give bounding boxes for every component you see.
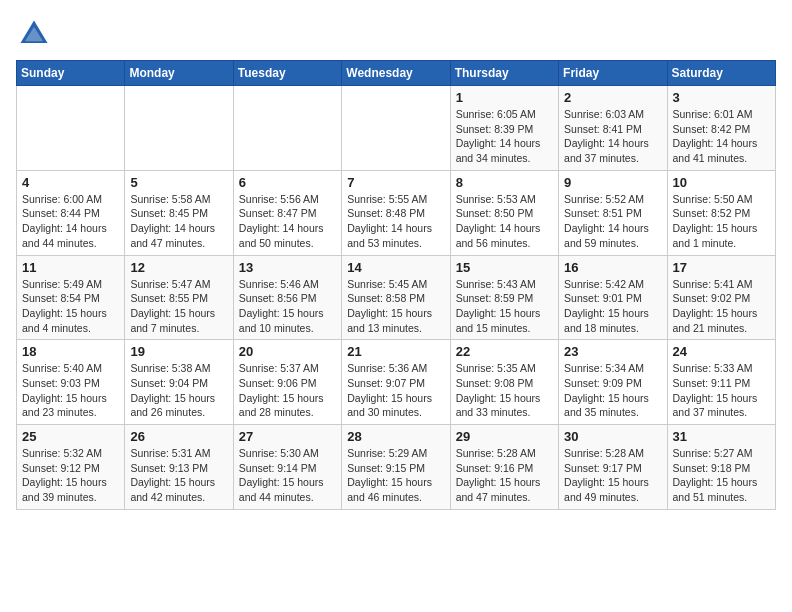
day-cell: 29Sunrise: 5:28 AM Sunset: 9:16 PM Dayli… bbox=[450, 425, 558, 510]
day-number: 21 bbox=[347, 344, 444, 359]
day-detail: Sunrise: 5:32 AM Sunset: 9:12 PM Dayligh… bbox=[22, 446, 119, 505]
day-number: 22 bbox=[456, 344, 553, 359]
day-detail: Sunrise: 5:27 AM Sunset: 9:18 PM Dayligh… bbox=[673, 446, 770, 505]
day-number: 18 bbox=[22, 344, 119, 359]
day-detail: Sunrise: 5:37 AM Sunset: 9:06 PM Dayligh… bbox=[239, 361, 336, 420]
column-header-sunday: Sunday bbox=[17, 61, 125, 86]
day-cell: 2Sunrise: 6:03 AM Sunset: 8:41 PM Daylig… bbox=[559, 86, 667, 171]
week-row-3: 11Sunrise: 5:49 AM Sunset: 8:54 PM Dayli… bbox=[17, 255, 776, 340]
day-number: 15 bbox=[456, 260, 553, 275]
logo-icon bbox=[16, 16, 52, 52]
column-header-thursday: Thursday bbox=[450, 61, 558, 86]
day-cell: 27Sunrise: 5:30 AM Sunset: 9:14 PM Dayli… bbox=[233, 425, 341, 510]
day-cell bbox=[17, 86, 125, 171]
day-detail: Sunrise: 5:49 AM Sunset: 8:54 PM Dayligh… bbox=[22, 277, 119, 336]
day-number: 26 bbox=[130, 429, 227, 444]
day-detail: Sunrise: 5:45 AM Sunset: 8:58 PM Dayligh… bbox=[347, 277, 444, 336]
day-detail: Sunrise: 5:56 AM Sunset: 8:47 PM Dayligh… bbox=[239, 192, 336, 251]
day-cell: 18Sunrise: 5:40 AM Sunset: 9:03 PM Dayli… bbox=[17, 340, 125, 425]
day-number: 23 bbox=[564, 344, 661, 359]
week-row-2: 4Sunrise: 6:00 AM Sunset: 8:44 PM Daylig… bbox=[17, 170, 776, 255]
column-header-saturday: Saturday bbox=[667, 61, 775, 86]
day-number: 30 bbox=[564, 429, 661, 444]
day-cell: 10Sunrise: 5:50 AM Sunset: 8:52 PM Dayli… bbox=[667, 170, 775, 255]
day-cell: 30Sunrise: 5:28 AM Sunset: 9:17 PM Dayli… bbox=[559, 425, 667, 510]
day-cell: 13Sunrise: 5:46 AM Sunset: 8:56 PM Dayli… bbox=[233, 255, 341, 340]
day-number: 2 bbox=[564, 90, 661, 105]
day-cell: 23Sunrise: 5:34 AM Sunset: 9:09 PM Dayli… bbox=[559, 340, 667, 425]
day-cell: 16Sunrise: 5:42 AM Sunset: 9:01 PM Dayli… bbox=[559, 255, 667, 340]
page-header bbox=[16, 16, 776, 52]
day-cell bbox=[125, 86, 233, 171]
day-number: 4 bbox=[22, 175, 119, 190]
day-cell: 12Sunrise: 5:47 AM Sunset: 8:55 PM Dayli… bbox=[125, 255, 233, 340]
day-cell: 28Sunrise: 5:29 AM Sunset: 9:15 PM Dayli… bbox=[342, 425, 450, 510]
day-cell: 15Sunrise: 5:43 AM Sunset: 8:59 PM Dayli… bbox=[450, 255, 558, 340]
day-detail: Sunrise: 5:35 AM Sunset: 9:08 PM Dayligh… bbox=[456, 361, 553, 420]
day-number: 1 bbox=[456, 90, 553, 105]
day-detail: Sunrise: 5:50 AM Sunset: 8:52 PM Dayligh… bbox=[673, 192, 770, 251]
day-cell: 19Sunrise: 5:38 AM Sunset: 9:04 PM Dayli… bbox=[125, 340, 233, 425]
day-number: 19 bbox=[130, 344, 227, 359]
day-detail: Sunrise: 5:58 AM Sunset: 8:45 PM Dayligh… bbox=[130, 192, 227, 251]
day-cell: 1Sunrise: 6:05 AM Sunset: 8:39 PM Daylig… bbox=[450, 86, 558, 171]
column-header-tuesday: Tuesday bbox=[233, 61, 341, 86]
day-cell: 5Sunrise: 5:58 AM Sunset: 8:45 PM Daylig… bbox=[125, 170, 233, 255]
day-detail: Sunrise: 5:53 AM Sunset: 8:50 PM Dayligh… bbox=[456, 192, 553, 251]
day-cell: 9Sunrise: 5:52 AM Sunset: 8:51 PM Daylig… bbox=[559, 170, 667, 255]
day-detail: Sunrise: 5:46 AM Sunset: 8:56 PM Dayligh… bbox=[239, 277, 336, 336]
day-cell: 31Sunrise: 5:27 AM Sunset: 9:18 PM Dayli… bbox=[667, 425, 775, 510]
day-number: 12 bbox=[130, 260, 227, 275]
day-detail: Sunrise: 5:36 AM Sunset: 9:07 PM Dayligh… bbox=[347, 361, 444, 420]
day-detail: Sunrise: 5:31 AM Sunset: 9:13 PM Dayligh… bbox=[130, 446, 227, 505]
day-detail: Sunrise: 5:43 AM Sunset: 8:59 PM Dayligh… bbox=[456, 277, 553, 336]
week-row-4: 18Sunrise: 5:40 AM Sunset: 9:03 PM Dayli… bbox=[17, 340, 776, 425]
calendar-header-row: SundayMondayTuesdayWednesdayThursdayFrid… bbox=[17, 61, 776, 86]
day-detail: Sunrise: 5:55 AM Sunset: 8:48 PM Dayligh… bbox=[347, 192, 444, 251]
day-number: 14 bbox=[347, 260, 444, 275]
day-detail: Sunrise: 5:52 AM Sunset: 8:51 PM Dayligh… bbox=[564, 192, 661, 251]
day-number: 7 bbox=[347, 175, 444, 190]
day-detail: Sunrise: 5:47 AM Sunset: 8:55 PM Dayligh… bbox=[130, 277, 227, 336]
day-number: 5 bbox=[130, 175, 227, 190]
day-number: 29 bbox=[456, 429, 553, 444]
day-detail: Sunrise: 5:28 AM Sunset: 9:17 PM Dayligh… bbox=[564, 446, 661, 505]
day-number: 8 bbox=[456, 175, 553, 190]
day-number: 11 bbox=[22, 260, 119, 275]
day-detail: Sunrise: 5:38 AM Sunset: 9:04 PM Dayligh… bbox=[130, 361, 227, 420]
day-number: 3 bbox=[673, 90, 770, 105]
calendar-table: SundayMondayTuesdayWednesdayThursdayFrid… bbox=[16, 60, 776, 510]
day-cell bbox=[233, 86, 341, 171]
day-detail: Sunrise: 5:42 AM Sunset: 9:01 PM Dayligh… bbox=[564, 277, 661, 336]
day-cell: 8Sunrise: 5:53 AM Sunset: 8:50 PM Daylig… bbox=[450, 170, 558, 255]
day-number: 17 bbox=[673, 260, 770, 275]
day-number: 25 bbox=[22, 429, 119, 444]
day-cell: 17Sunrise: 5:41 AM Sunset: 9:02 PM Dayli… bbox=[667, 255, 775, 340]
day-detail: Sunrise: 5:34 AM Sunset: 9:09 PM Dayligh… bbox=[564, 361, 661, 420]
day-detail: Sunrise: 5:41 AM Sunset: 9:02 PM Dayligh… bbox=[673, 277, 770, 336]
day-cell: 11Sunrise: 5:49 AM Sunset: 8:54 PM Dayli… bbox=[17, 255, 125, 340]
day-number: 24 bbox=[673, 344, 770, 359]
day-detail: Sunrise: 6:00 AM Sunset: 8:44 PM Dayligh… bbox=[22, 192, 119, 251]
day-detail: Sunrise: 5:29 AM Sunset: 9:15 PM Dayligh… bbox=[347, 446, 444, 505]
logo bbox=[16, 16, 56, 52]
day-detail: Sunrise: 5:33 AM Sunset: 9:11 PM Dayligh… bbox=[673, 361, 770, 420]
day-cell: 6Sunrise: 5:56 AM Sunset: 8:47 PM Daylig… bbox=[233, 170, 341, 255]
column-header-monday: Monday bbox=[125, 61, 233, 86]
week-row-1: 1Sunrise: 6:05 AM Sunset: 8:39 PM Daylig… bbox=[17, 86, 776, 171]
day-detail: Sunrise: 5:30 AM Sunset: 9:14 PM Dayligh… bbox=[239, 446, 336, 505]
day-cell: 3Sunrise: 6:01 AM Sunset: 8:42 PM Daylig… bbox=[667, 86, 775, 171]
day-cell: 14Sunrise: 5:45 AM Sunset: 8:58 PM Dayli… bbox=[342, 255, 450, 340]
day-number: 27 bbox=[239, 429, 336, 444]
column-header-friday: Friday bbox=[559, 61, 667, 86]
column-header-wednesday: Wednesday bbox=[342, 61, 450, 86]
day-cell: 7Sunrise: 5:55 AM Sunset: 8:48 PM Daylig… bbox=[342, 170, 450, 255]
day-number: 13 bbox=[239, 260, 336, 275]
day-cell: 22Sunrise: 5:35 AM Sunset: 9:08 PM Dayli… bbox=[450, 340, 558, 425]
day-cell: 25Sunrise: 5:32 AM Sunset: 9:12 PM Dayli… bbox=[17, 425, 125, 510]
day-cell: 26Sunrise: 5:31 AM Sunset: 9:13 PM Dayli… bbox=[125, 425, 233, 510]
day-cell: 21Sunrise: 5:36 AM Sunset: 9:07 PM Dayli… bbox=[342, 340, 450, 425]
day-number: 16 bbox=[564, 260, 661, 275]
day-cell bbox=[342, 86, 450, 171]
day-number: 20 bbox=[239, 344, 336, 359]
